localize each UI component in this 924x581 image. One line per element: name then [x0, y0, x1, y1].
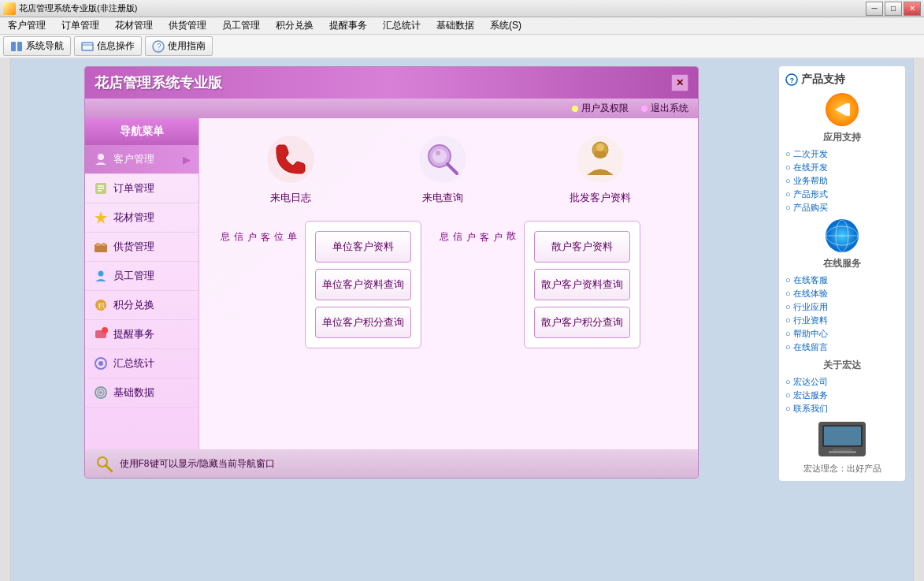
link-online-message[interactable]: 在线留言	[785, 341, 899, 354]
logout[interactable]: 退出系统	[641, 102, 688, 115]
unit-customer-points-button[interactable]: 单位客户积分查询	[315, 307, 411, 338]
svg-rect-0	[11, 42, 16, 51]
svg-point-34	[596, 143, 604, 151]
link-online-dev[interactable]: 在线开发	[785, 161, 899, 174]
slogan: 宏达理念：出好产品	[785, 463, 899, 475]
link-biz-help[interactable]: 业务帮助	[785, 174, 899, 188]
nav-item-order[interactable]: 订单管理	[85, 174, 199, 203]
wholesale-customer-icon-item[interactable]: 批发客户资料	[570, 134, 631, 205]
nav-arrow-icon: ▶	[183, 154, 191, 166]
unit-customer-data-button[interactable]: 单位客户资料	[315, 231, 411, 263]
window-body: 导航菜单 客户管理 ▶ 订单管理	[85, 118, 698, 449]
user-permissions[interactable]: 用户及权限	[572, 102, 629, 115]
retail-customer-query-button[interactable]: 散户客户资料查询	[534, 269, 630, 300]
app-support-header: 应用支持	[785, 131, 899, 144]
menu-summary[interactable]: 汇总统计	[378, 17, 425, 34]
basic-icon	[93, 385, 109, 400]
call-search-label: 来电查询	[422, 191, 463, 205]
nav-item-employee[interactable]: 员工管理	[85, 262, 199, 291]
cards-row: 单位客户信息 单位客户资料 单位客户资料查询 单位客户积分查询	[215, 221, 682, 348]
link-industry-data[interactable]: 行业资料	[785, 314, 899, 327]
link-help-center[interactable]: 帮助中心	[785, 327, 899, 341]
nav-item-reminder[interactable]: 提醒事务	[85, 320, 199, 349]
menu-order[interactable]: 订单管理	[57, 17, 104, 34]
call-search-icon-item[interactable]: 来电查询	[417, 134, 468, 205]
guide-icon: ?	[152, 40, 165, 53]
nav-item-points[interactable]: 积 积分兑换	[85, 291, 199, 320]
nav-item-basic[interactable]: 基础数据	[85, 378, 199, 408]
unit-customer-query-button[interactable]: 单位客户资料查询	[315, 269, 411, 300]
link-second-dev[interactable]: 二次开发	[785, 147, 899, 161]
nav-item-supplier[interactable]: 供货管理	[85, 233, 199, 262]
toolbar: 系统导航 信息操作 ? 使用指南	[0, 35, 924, 58]
nav-item-summary[interactable]: 汇总统计	[85, 349, 199, 378]
close-button[interactable]: ✕	[904, 2, 921, 16]
user-bar: 用户及权限 退出系统	[85, 99, 698, 118]
guide-button[interactable]: ? 使用指南	[145, 36, 213, 56]
menu-points[interactable]: 积分兑换	[271, 17, 318, 34]
unit-card-buttons: 单位客户资料 单位客户资料查询 单位客户积分查询	[315, 231, 411, 338]
link-product-buy[interactable]: 产品购买	[785, 201, 899, 214]
svg-rect-48	[833, 449, 852, 451]
svg-rect-49	[829, 451, 856, 453]
customer-icon	[93, 151, 109, 167]
svg-point-28	[432, 149, 447, 163]
svg-point-19	[102, 327, 108, 333]
globe-icon	[826, 219, 859, 252]
svg-rect-1	[17, 42, 22, 51]
footer-text: 使用F8键可以显示/隐藏当前导航窗口	[120, 457, 275, 471]
support-header: ? 产品支持	[785, 73, 899, 87]
top-icons-row: 来电日志	[215, 134, 682, 205]
info-icon	[81, 40, 94, 53]
window-header: 花店管理系统专业版 ✕	[85, 67, 698, 99]
retail-card-buttons: 散户客户资料 散户客户资料查询 散户客户积分查询	[534, 231, 630, 338]
dot-icon	[572, 106, 578, 112]
left-scrollbar	[0, 58, 11, 581]
call-log-icon-item[interactable]: 来电日志	[265, 134, 316, 205]
svg-point-6	[98, 154, 104, 160]
retail-customer-data-button[interactable]: 散户客户资料	[534, 231, 630, 263]
maximize-button[interactable]: □	[885, 2, 902, 16]
nav-button[interactable]: 系统导航	[3, 36, 71, 56]
menu-customer[interactable]: 客户管理	[3, 17, 50, 34]
retail-card-side-label: 散户客户信息	[434, 221, 521, 348]
svg-rect-47	[824, 426, 861, 445]
menu-bar: 客户管理 订单管理 花材管理 供货管理 员工管理 积分兑换 提醒事务 汇总统计 …	[0, 17, 924, 35]
info-button[interactable]: 信息操作	[74, 36, 142, 56]
center-content: 花店管理系统专业版 ✕ 用户及权限 退出系统 导航菜单	[11, 58, 771, 581]
menu-system[interactable]: 系统(S)	[485, 17, 526, 34]
retail-card: 散户客户资料 散户客户资料查询 散户客户积分查询	[524, 221, 640, 348]
app-icon	[3, 2, 16, 15]
link-product-form[interactable]: 产品形式	[785, 188, 899, 201]
wholesale-customer-icon	[575, 134, 625, 184]
link-service[interactable]: 宏达服务	[785, 389, 899, 402]
right-scrollbar[interactable]	[913, 58, 924, 581]
retail-customer-points-button[interactable]: 散户客户积分查询	[534, 307, 630, 338]
main-window: 花店管理系统专业版 ✕ 用户及权限 退出系统 导航菜单	[84, 66, 699, 479]
retail-card-wrapper: 散户客户信息 散户客户资料 散户客户资料查询 散户客户积分查询	[434, 221, 640, 348]
link-contact[interactable]: 联系我们	[785, 402, 899, 415]
link-online-service[interactable]: 在线客服	[785, 274, 899, 287]
svg-line-36	[106, 465, 112, 471]
menu-employee[interactable]: 员工管理	[217, 17, 265, 34]
order-icon	[93, 181, 109, 196]
menu-flower[interactable]: 花材管理	[110, 17, 158, 34]
about-header: 关于宏达	[785, 359, 899, 372]
unit-card-side-label: 单位客户信息	[215, 221, 302, 348]
menu-reminder[interactable]: 提醒事务	[325, 17, 372, 34]
nav-item-flower[interactable]: 花材管理	[85, 203, 199, 233]
minimize-button[interactable]: ─	[866, 2, 883, 16]
svg-point-30	[436, 151, 440, 155]
unit-card-wrapper: 单位客户信息 单位客户资料 单位客户资料查询 单位客户积分查询	[215, 221, 421, 348]
link-industry-app[interactable]: 行业应用	[785, 300, 899, 314]
menu-basic[interactable]: 基础数据	[432, 17, 479, 34]
menu-supplier[interactable]: 供货管理	[164, 17, 211, 34]
window-close-button[interactable]: ✕	[671, 74, 688, 91]
link-online-trial[interactable]: 在线体验	[785, 287, 899, 300]
unit-card: 单位客户资料 单位客户资料查询 单位客户积分查询	[305, 221, 421, 348]
nav-icon	[10, 40, 23, 53]
call-log-icon	[265, 134, 316, 184]
nav-item-customer[interactable]: 客户管理 ▶	[85, 145, 199, 174]
link-company[interactable]: 宏达公司	[785, 375, 899, 389]
svg-rect-41	[846, 103, 850, 116]
